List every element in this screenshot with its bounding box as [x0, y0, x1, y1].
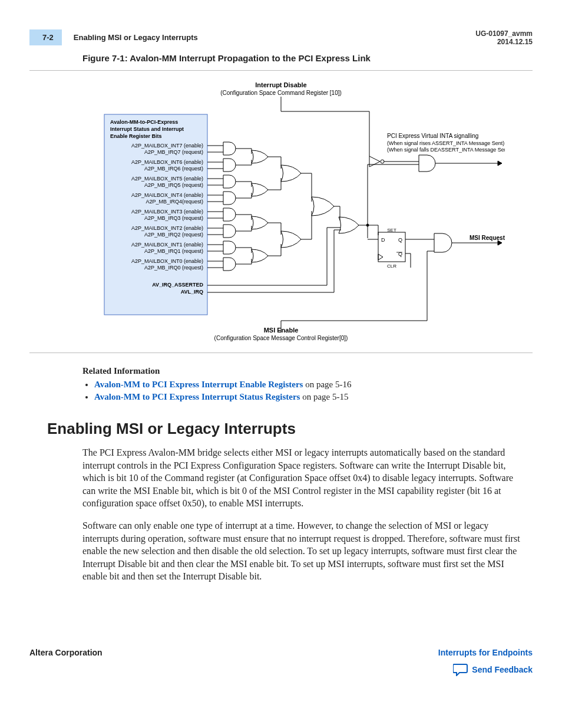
- svg-text:A2P_MAILBOX_INT1 (enable): A2P_MAILBOX_INT1 (enable): [131, 242, 203, 248]
- svg-text:PCI Express Virtual INTA signa: PCI Express Virtual INTA signalling: [387, 133, 478, 139]
- figure-caption: Figure 7-1: Avalon-MM Interrupt Propagat…: [82, 53, 533, 63]
- svg-text:Enable Register Bits: Enable Register Bits: [110, 133, 162, 139]
- svg-text:A2P_MAILBOX_INT6 (enable): A2P_MAILBOX_INT6 (enable): [131, 159, 203, 165]
- list-item: Avalon-MM to PCI Express Interrupt Enabl…: [94, 380, 533, 390]
- svg-text:(Configuration Space Command R: (Configuration Space Command Register [1…: [220, 90, 342, 96]
- svg-text:CLR: CLR: [387, 263, 396, 269]
- svg-marker-88: [498, 161, 502, 166]
- running-section-name: Enabling MSI or Legacy Interrupts: [74, 33, 198, 42]
- speech-bubble-icon: [453, 663, 468, 676]
- related-link-enable-registers[interactable]: Avalon-MM to PCI Express Interrupt Enabl…: [94, 380, 303, 389]
- svg-text:A2P_MB_IRQ2 (request): A2P_MB_IRQ2 (request): [144, 232, 203, 238]
- body-paragraph-2: Software can only enable one type of int…: [82, 519, 521, 583]
- svg-text:AV_IRQ_ASSERTED: AV_IRQ_ASSERTED: [152, 282, 203, 288]
- page-header: 7-2 Enabling MSI or Legacy Interrupts UG…: [29, 29, 533, 46]
- svg-text:A2P_MAILBOX_INT0 (enable): A2P_MAILBOX_INT0 (enable): [131, 258, 203, 264]
- page-number-badge: 7-2: [29, 29, 62, 45]
- link-suffix: on page 5-15: [300, 392, 348, 401]
- svg-text:A2P_MAILBOX_INT7 (enable): A2P_MAILBOX_INT7 (enable): [131, 143, 203, 149]
- body-paragraph-1: The PCI Express Avalon-MM bridge selects…: [82, 446, 521, 510]
- svg-text:Q: Q: [398, 237, 402, 243]
- send-feedback-label: Send Feedback: [472, 665, 533, 674]
- svg-text:(Configuration Space Message C: (Configuration Space Message Control Reg…: [214, 335, 348, 341]
- svg-text:A2P_MB_IRQ7 (request): A2P_MB_IRQ7 (request): [144, 149, 203, 155]
- svg-text:A2P_MB_IRQ1 (request): A2P_MB_IRQ1 (request): [144, 248, 203, 254]
- related-info-list: Avalon-MM to PCI Express Interrupt Enabl…: [94, 380, 533, 402]
- svg-text:AVL_IRQ: AVL_IRQ: [181, 289, 203, 295]
- section-heading: Enabling MSI or Legacy Interrupts: [47, 420, 533, 438]
- page-footer: Altera Corporation Interrupts for Endpoi…: [29, 648, 533, 678]
- related-link-status-registers[interactable]: Avalon-MM to PCI Express Interrupt Statu…: [94, 392, 300, 401]
- svg-text:A2P_MB_IRQ3 (request): A2P_MB_IRQ3 (request): [144, 215, 203, 221]
- svg-text:SET: SET: [387, 228, 396, 233]
- figure-7-1: Interrupt Disable (Configuration Space C…: [29, 70, 533, 353]
- svg-text:A2P_MB_IRQ6 (request): A2P_MB_IRQ6 (request): [144, 166, 203, 172]
- footer-chapter-link[interactable]: Interrupts for Endpoints: [438, 648, 533, 657]
- svg-marker-113: [498, 241, 502, 245]
- svg-text:MSI Request: MSI Request: [470, 235, 505, 241]
- svg-point-84: [381, 160, 384, 163]
- svg-text:Interrupt Status and Interrupt: Interrupt Status and Interrupt: [110, 126, 184, 132]
- svg-text:A2P_MB_IRQ4(request): A2P_MB_IRQ4(request): [146, 199, 203, 205]
- link-suffix: on page 5-16: [303, 380, 351, 389]
- svg-marker-83: [369, 156, 380, 167]
- svg-text:A2P_MAILBOX_INT5 (enable): A2P_MAILBOX_INT5 (enable): [131, 176, 203, 182]
- doc-date: 2014.12.15: [475, 38, 533, 46]
- svg-text:A2P_MAILBOX_INT2 (enable): A2P_MAILBOX_INT2 (enable): [131, 225, 203, 231]
- send-feedback-link[interactable]: Send Feedback: [453, 663, 533, 676]
- svg-text:(When signal falls DEASSERT_IN: (When signal falls DEASSERT_INTA Message…: [387, 147, 505, 153]
- svg-text:(When signal rises ASSERT_INTA: (When signal rises ASSERT_INTA Message S…: [387, 140, 504, 146]
- svg-text:A2P_MAILBOX_INT4 (enable): A2P_MAILBOX_INT4 (enable): [131, 192, 203, 198]
- svg-text:Interrupt Disable: Interrupt Disable: [255, 81, 306, 88]
- svg-text:A2P_MB_IRQ5 (request): A2P_MB_IRQ5 (request): [144, 182, 203, 188]
- svg-text:D: D: [381, 237, 385, 243]
- svg-text:Q: Q: [398, 251, 402, 257]
- svg-text:MSI Enable: MSI Enable: [264, 327, 299, 334]
- doc-id: UG-01097_avmm: [475, 29, 533, 38]
- related-info-heading: Related Information: [82, 366, 533, 376]
- svg-text:A2P_MB_IRQ0 (request): A2P_MB_IRQ0 (request): [144, 265, 203, 271]
- svg-text:Avalon-MM-to-PCI-Express: Avalon-MM-to-PCI-Express: [110, 119, 178, 125]
- corporation-name: Altera Corporation: [29, 648, 103, 657]
- svg-text:A2P_MAILBOX_INT3 (enable): A2P_MAILBOX_INT3 (enable): [131, 209, 203, 215]
- list-item: Avalon-MM to PCI Express Interrupt Statu…: [94, 392, 533, 402]
